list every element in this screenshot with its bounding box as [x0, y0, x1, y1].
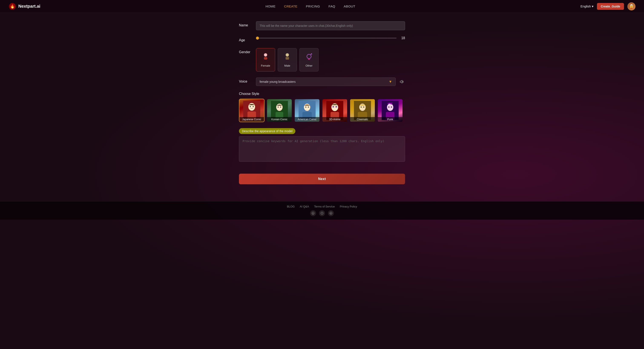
- speaker-icon: [400, 80, 404, 84]
- svg-point-43: [361, 107, 362, 108]
- nav-create[interactable]: CREATE: [284, 4, 298, 8]
- svg-text:T: T: [321, 212, 323, 215]
- svg-text:R: R: [330, 212, 332, 215]
- style-punk-label: Punk: [378, 117, 402, 122]
- female-icon: [262, 52, 270, 62]
- logo-text: Nextpart.ai: [18, 4, 40, 9]
- nav-right: English ▾ Create_Guide 🧝: [580, 2, 636, 10]
- gender-label: Gender: [239, 48, 252, 54]
- name-label: Name: [239, 21, 252, 27]
- telegram-icon[interactable]: T: [319, 210, 325, 216]
- desc-badge: Describe the appearance of the model: [239, 128, 296, 134]
- name-field-wrapper: [256, 21, 405, 30]
- style-korean[interactable]: Korean Comic: [267, 99, 292, 122]
- style-japanese[interactable]: Japanese Comic: [239, 99, 264, 122]
- style-grid: Japanese Comic Korean Comic: [239, 99, 405, 122]
- nav-pricing[interactable]: PRICING: [306, 4, 320, 8]
- gender-options: Female Male: [256, 48, 405, 71]
- gender-male[interactable]: Male: [278, 48, 297, 71]
- age-label: Age: [239, 36, 252, 42]
- gender-other-label: Other: [306, 64, 313, 67]
- gender-other[interactable]: Other: [300, 48, 318, 71]
- age-control: 18: [256, 36, 405, 40]
- reddit-icon[interactable]: R: [328, 210, 334, 216]
- choose-style-title: Choose Style: [239, 92, 405, 96]
- svg-point-7: [286, 54, 288, 56]
- voice-selector-row: female young broadcasters ▼: [256, 77, 405, 86]
- main-content: Name Age 18 Gender: [235, 13, 409, 201]
- footer-blog[interactable]: BLOG: [287, 205, 294, 208]
- svg-point-4: [264, 54, 267, 56]
- other-icon: [305, 52, 313, 62]
- language-label: English: [580, 4, 591, 8]
- svg-text:D: D: [312, 212, 314, 215]
- avatar[interactable]: 🧝: [628, 2, 636, 10]
- name-row: Name: [239, 21, 405, 30]
- footer-ai-qa[interactable]: AI Q&A: [300, 205, 309, 208]
- description-section: Describe the appearance of the model: [239, 128, 405, 163]
- svg-rect-6: [286, 57, 289, 60]
- svg-point-31: [306, 107, 306, 108]
- style-3danime-label: 3D-Anime: [322, 117, 347, 122]
- svg-text:🔥: 🔥: [10, 4, 15, 9]
- svg-point-38: [336, 106, 337, 107]
- discord-icon[interactable]: D: [310, 210, 316, 216]
- footer: BLOG AI Q&A Terms of Service Privacy Pol…: [0, 201, 644, 220]
- svg-point-32: [308, 107, 309, 108]
- age-value: 18: [400, 36, 405, 40]
- gender-male-label: Male: [284, 64, 290, 67]
- voice-dropdown[interactable]: female young broadcasters ▼: [256, 77, 396, 86]
- style-cinematic-label: Cinematic: [350, 117, 375, 122]
- voice-current-value: female young broadcasters: [260, 80, 296, 83]
- svg-point-20: [253, 106, 254, 107]
- avatar-icon: 🧝: [629, 4, 634, 9]
- voice-row: Voice female young broadcasters ▼: [239, 77, 405, 86]
- footer-terms[interactable]: Terms of Service: [314, 205, 335, 208]
- gender-control: Female Male: [256, 48, 405, 71]
- language-button[interactable]: English ▾: [580, 4, 594, 8]
- nav-home[interactable]: HOME: [266, 4, 276, 8]
- style-american-label: American Comic: [295, 117, 320, 122]
- style-3danime[interactable]: 3D-Anime: [322, 99, 348, 122]
- footer-links: BLOG AI Q&A Terms of Service Privacy Pol…: [8, 205, 636, 208]
- navigation: 🔥 Nextpart.ai HOME CREATE PRICING FAQ AB…: [0, 0, 644, 13]
- footer-privacy[interactable]: Privacy Policy: [340, 205, 357, 208]
- svg-marker-14: [400, 80, 402, 83]
- style-section: Choose Style Japanese Comic: [239, 92, 405, 122]
- nav-about[interactable]: ABOUT: [344, 4, 355, 8]
- style-american[interactable]: American Comic: [294, 99, 320, 122]
- svg-rect-3: [264, 57, 267, 60]
- style-cinematic[interactable]: Cinematic: [350, 99, 375, 122]
- voice-speaker-button[interactable]: [398, 78, 405, 85]
- svg-point-26: [280, 107, 281, 108]
- svg-point-19: [250, 106, 251, 107]
- next-button[interactable]: Next: [239, 174, 405, 184]
- svg-point-37: [332, 106, 334, 107]
- voice-control: female young broadcasters ▼: [256, 77, 405, 86]
- svg-point-25: [278, 107, 279, 108]
- create-guide-button[interactable]: Create_Guide: [597, 3, 624, 10]
- gender-row: Gender Female: [239, 48, 405, 71]
- male-icon: [283, 52, 291, 62]
- gender-female[interactable]: Female: [256, 48, 275, 71]
- style-japanese-label: Japanese Comic: [239, 117, 264, 122]
- style-korean-label: Korean Comic: [267, 117, 292, 122]
- chevron-down-icon: ▾: [592, 4, 594, 8]
- logo[interactable]: 🔥 Nextpart.ai: [8, 2, 40, 10]
- voice-label: Voice: [239, 77, 252, 83]
- logo-icon: 🔥: [8, 2, 16, 10]
- style-punk[interactable]: Punk: [377, 99, 403, 122]
- name-input[interactable]: [256, 21, 405, 30]
- svg-point-49: [388, 107, 390, 108]
- nav-links: HOME CREATE PRICING FAQ ABOUT: [266, 4, 355, 8]
- footer-icons: D T R: [8, 210, 636, 216]
- age-row: Age 18: [239, 36, 405, 42]
- voice-dropdown-arrow: ▼: [389, 80, 392, 84]
- svg-point-48: [388, 104, 393, 110]
- desc-textarea[interactable]: [239, 136, 405, 162]
- nav-faq[interactable]: FAQ: [328, 4, 336, 8]
- age-slider[interactable]: [256, 38, 396, 38]
- age-slider-row: 18: [256, 36, 405, 40]
- gender-female-label: Female: [261, 64, 270, 67]
- svg-point-50: [391, 107, 392, 108]
